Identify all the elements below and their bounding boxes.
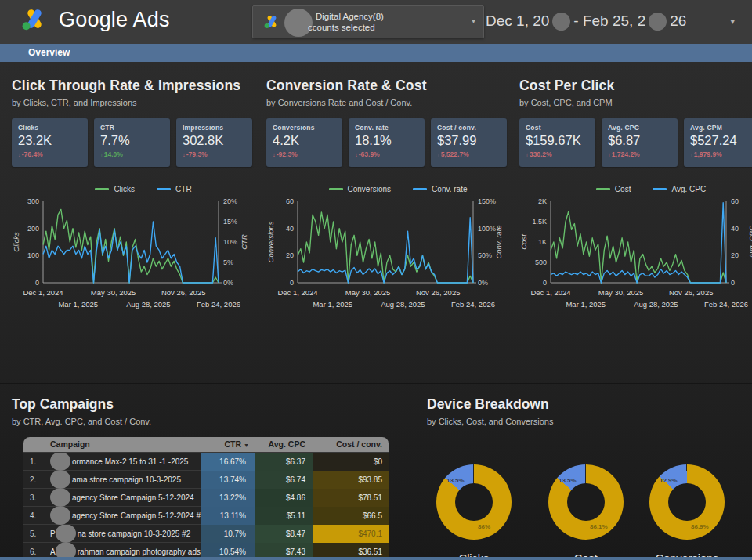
date-range-start: Dec 1, 20 xyxy=(486,13,549,30)
svg-text:200: 200 xyxy=(27,225,39,233)
donut-hole xyxy=(567,483,605,521)
redaction-blob xyxy=(50,471,70,489)
account-selector[interactable]: Digital Agency(8) ccounts selected ▾ xyxy=(252,5,484,38)
col-cost-conv[interactable]: Cost / conv. xyxy=(313,437,389,453)
delta-badge: ↓-92.3% xyxy=(273,150,336,158)
svg-text:15%: 15% xyxy=(223,218,237,226)
google-ads-logo: Google Ads xyxy=(20,7,170,32)
scorecard-impressions: Impressions 302.8K ↓-79.3% xyxy=(176,118,252,167)
svg-text:5%: 5% xyxy=(223,258,233,266)
redaction-blob xyxy=(56,525,76,543)
top-campaigns-title: Top Campaigns xyxy=(12,396,411,413)
scorecard-avg-cpc: Avg. CPC $6.87 ↑1,724.2% xyxy=(602,118,678,167)
svg-text:100%: 100% xyxy=(478,225,496,233)
svg-text:Dec 1, 2024: Dec 1, 2024 xyxy=(277,288,317,297)
col-campaign[interactable]: Campaign xyxy=(50,437,201,453)
delta-badge: ↑1,979.9% xyxy=(690,150,752,158)
campaign-name: ormance Max-2 15 to 31 -1 -2025 xyxy=(50,453,201,471)
svg-text:40: 40 xyxy=(731,225,739,233)
table-row[interactable]: 4. agency Store Campaign 5-12-2024 #2 13… xyxy=(24,506,389,524)
date-range-end: 26 xyxy=(670,13,686,30)
svg-text:Aug 28, 2025: Aug 28, 2025 xyxy=(126,300,171,309)
section-title: Conversion Rate & Cost xyxy=(266,78,511,94)
arrow-up-icon: ↑ xyxy=(437,151,440,158)
scorecard-clicks: Clicks 23.2K ↓-76.4% xyxy=(12,118,88,167)
table-row[interactable]: 5. Pna store campaign 10-3-2025 #2 10.7%… xyxy=(24,524,389,542)
svg-text:0: 0 xyxy=(35,279,39,287)
svg-text:0%: 0% xyxy=(478,279,488,287)
arrow-down-icon: ↓ xyxy=(183,151,186,158)
col-avg-cpc[interactable]: Avg. CPC xyxy=(255,437,313,453)
svg-text:Feb 24, 2026: Feb 24, 2026 xyxy=(451,300,495,309)
redaction-blob xyxy=(50,507,70,525)
table-row[interactable]: 3. agency Store Campaign 5-12-2024 13.22… xyxy=(24,488,389,506)
date-range-picker[interactable]: Dec 1, 20 - Feb 25, 2 26 ▾ xyxy=(486,9,746,34)
account-selector-text: Digital Agency(8) ccounts selected xyxy=(316,11,384,33)
chart-legend: Conversions Conv. rate xyxy=(285,185,511,193)
donut-hole xyxy=(668,483,706,521)
arrow-up-icon: ↑ xyxy=(100,151,103,158)
arrow-up-icon: ↑ xyxy=(526,151,529,158)
donut-ring-conversions[interactable]: 12.9% 86.9% xyxy=(649,464,725,540)
svg-text:Feb 24, 2026: Feb 24, 2026 xyxy=(704,300,748,309)
timeseries-chart-conversions-rate[interactable]: 02040600%50%100%150%ConversionsConv. rat… xyxy=(266,195,506,313)
svg-text:10%: 10% xyxy=(223,238,237,246)
accounts-selected-text: ccounts selected xyxy=(308,22,384,33)
svg-text:Cost: Cost xyxy=(519,234,528,250)
delta-badge: ↓-79.3% xyxy=(183,150,246,158)
svg-text:Avg. CPC: Avg. CPC xyxy=(747,226,752,259)
svg-text:Clicks: Clicks xyxy=(12,232,20,252)
svg-text:20%: 20% xyxy=(223,197,237,205)
scorecard-conversions: Conversions 4.2K ↓-92.3% xyxy=(266,118,342,167)
col-ctr[interactable]: CTR▼ xyxy=(201,437,255,453)
header: Google Ads Digital Agency(8) ccounts sel… xyxy=(0,0,752,44)
section-ctr-impressions: Click Through Rate & Impressions by Clic… xyxy=(12,62,256,313)
svg-text:0: 0 xyxy=(731,279,735,287)
delta-badge: ↑5,522.7% xyxy=(437,150,501,158)
cost-conv-cell: $93.85 xyxy=(313,471,389,489)
slice-label: 86.9% xyxy=(691,523,709,530)
sort-desc-icon: ▼ xyxy=(244,443,249,448)
svg-text:50%: 50% xyxy=(478,251,492,259)
svg-text:1K: 1K xyxy=(538,238,547,246)
redaction-blob xyxy=(50,453,70,471)
svg-text:40: 40 xyxy=(286,225,294,233)
horizontal-scrollbar[interactable] xyxy=(0,557,752,560)
delta-badge: ↑1,724.2% xyxy=(608,150,671,158)
table-row[interactable]: 2. ama store campaign 10-3-2025 13.74% $… xyxy=(24,470,389,488)
donut-ring-clicks[interactable]: 13.5% 86% xyxy=(436,464,512,540)
donut-chart-clicks: 13.5% 86% Clicks xyxy=(436,464,512,560)
campaigns-table: Campaign CTR▼ Avg. CPC Cost / conv. 1. o… xyxy=(24,437,389,560)
campaign-name: Pna store campaign 10-3-2025 #2 xyxy=(50,525,201,543)
donut-chart-conversions: 12.9% 86.9% Conversions xyxy=(649,464,725,560)
logo-text: Google Ads xyxy=(59,8,170,32)
timeseries-chart-clicks-ctr[interactable]: 01002003000%5%10%15%20%ClicksCTRDec 1, 2… xyxy=(12,195,251,313)
chevron-down-icon[interactable]: ▾ xyxy=(472,16,475,25)
chart-legend: Cost Avg. CPC xyxy=(538,185,752,193)
svg-text:Nov 26, 2025: Nov 26, 2025 xyxy=(669,288,714,297)
cost-conv-cell: $66.5 xyxy=(313,507,389,525)
ctr-cell: 13.74% xyxy=(201,471,255,489)
legend-swatch-blue xyxy=(653,188,667,190)
tab-overview[interactable]: Overview xyxy=(0,44,70,62)
donut-hole xyxy=(455,483,493,521)
top-campaigns-section: Top Campaigns by CTR, Avg. CPC, and Cost… xyxy=(12,384,411,560)
scorecard-conv-rate: Conv. rate 18.1% ↓-63.9% xyxy=(349,118,425,167)
arrow-down-icon: ↓ xyxy=(18,151,21,158)
timeseries-chart-cost-cpc[interactable]: 05001K1.5K2K0204060CostAvg. CPCDec 1, 20… xyxy=(519,195,752,313)
svg-text:Aug 28, 2025: Aug 28, 2025 xyxy=(634,300,678,309)
table-row[interactable]: 1. ormance Max-2 15 to 31 -1 -2025 16.67… xyxy=(24,452,389,470)
svg-text:0: 0 xyxy=(290,279,294,287)
overview-tab-bar: Overview xyxy=(0,44,752,62)
svg-text:60: 60 xyxy=(286,197,294,205)
cpc-cell: $8.47 xyxy=(255,525,313,543)
campaign-name: agency Store Campaign 5-12-2024 xyxy=(50,489,201,507)
chevron-down-icon[interactable]: ▾ xyxy=(730,16,735,27)
svg-text:100: 100 xyxy=(27,251,39,259)
svg-text:0: 0 xyxy=(543,279,547,287)
scorecard-cost: Cost $159.67K ↑330.2% xyxy=(519,118,595,167)
svg-text:May 30, 2025: May 30, 2025 xyxy=(598,288,644,297)
donut-ring-cost[interactable]: 13.5% 86.1% xyxy=(548,464,624,540)
device-breakdown-subtitle: by Clicks, Cost, and Conversions xyxy=(427,417,748,426)
svg-text:Nov 26, 2025: Nov 26, 2025 xyxy=(161,288,206,297)
